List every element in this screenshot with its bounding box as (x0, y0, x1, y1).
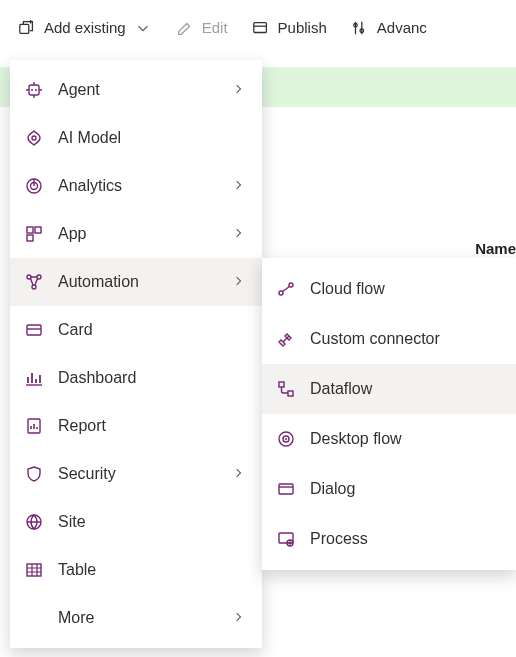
submenu-item-label: Dataflow (310, 380, 502, 398)
connector-icon (276, 329, 296, 349)
submenu-item-label: Dialog (310, 480, 502, 498)
submenu-item-dataflow[interactable]: Dataflow (262, 364, 516, 414)
chevron-right-icon (232, 274, 248, 290)
card-icon (24, 320, 44, 340)
add-existing-menu: AgentAI ModelAnalyticsAppAutomationCardD… (10, 60, 262, 648)
desktop-flow-icon (276, 429, 296, 449)
menu-item-label: More (58, 609, 218, 627)
menu-item-label: Analytics (58, 177, 218, 195)
svg-rect-0 (20, 24, 29, 33)
menu-item-app[interactable]: App (10, 210, 262, 258)
chevron-right-icon (232, 226, 248, 242)
menu-item-label: Dashboard (58, 369, 248, 387)
submenu-item-process[interactable]: Process (262, 514, 516, 564)
menu-item-ai-model[interactable]: AI Model (10, 114, 262, 162)
automation-icon (24, 272, 44, 292)
menu-item-label: Agent (58, 81, 218, 99)
menu-item-table[interactable]: Table (10, 546, 262, 594)
menu-item-automation[interactable]: Automation (10, 258, 262, 306)
menu-item-label: App (58, 225, 218, 243)
add-existing-icon (18, 19, 36, 37)
agent-icon (24, 80, 44, 100)
advanced-button[interactable]: Advanc (341, 11, 437, 45)
ai-model-icon (24, 128, 44, 148)
publish-label: Publish (278, 19, 327, 36)
dataflow-icon (276, 379, 296, 399)
menu-item-report[interactable]: Report (10, 402, 262, 450)
cloud-flow-icon (276, 279, 296, 299)
submenu-item-custom-connector[interactable]: Custom connector (262, 314, 516, 364)
submenu-item-cloud-flow[interactable]: Cloud flow (262, 264, 516, 314)
add-existing-label: Add existing (44, 19, 126, 36)
svg-rect-1 (253, 22, 266, 32)
submenu-item-label: Custom connector (310, 330, 502, 348)
chevron-right-icon (232, 178, 248, 194)
menu-item-label: AI Model (58, 129, 248, 147)
menu-item-dashboard[interactable]: Dashboard (10, 354, 262, 402)
menu-item-label: Site (58, 513, 248, 531)
menu-item-label: Security (58, 465, 218, 483)
menu-item-security[interactable]: Security (10, 450, 262, 498)
chevron-right-icon (232, 466, 248, 482)
menu-item-label: Report (58, 417, 248, 435)
process-icon (276, 529, 296, 549)
site-icon (24, 512, 44, 532)
table-icon (24, 560, 44, 580)
menu-item-label: Card (58, 321, 248, 339)
chevron-right-icon (232, 82, 248, 98)
submenu-item-dialog[interactable]: Dialog (262, 464, 516, 514)
submenu-item-label: Cloud flow (310, 280, 502, 298)
menu-item-analytics[interactable]: Analytics (10, 162, 262, 210)
command-bar: Add existing Edit Publish Advanc (0, 0, 516, 56)
add-existing-button[interactable]: Add existing (8, 11, 162, 45)
menu-item-agent[interactable]: Agent (10, 66, 262, 114)
chevron-right-icon (232, 610, 248, 626)
publish-button[interactable]: Publish (242, 11, 337, 45)
edit-label: Edit (202, 19, 228, 36)
edit-icon (176, 19, 194, 37)
edit-button[interactable]: Edit (166, 11, 238, 45)
menu-item-label: Automation (58, 273, 218, 291)
submenu-item-label: Desktop flow (310, 430, 502, 448)
advanced-label: Advanc (377, 19, 427, 36)
menu-item-site[interactable]: Site (10, 498, 262, 546)
automation-submenu: Cloud flowCustom connectorDataflowDeskto… (262, 258, 516, 570)
chevron-down-icon (134, 19, 152, 37)
dialog-icon (276, 479, 296, 499)
menu-item-label: Table (58, 561, 248, 579)
dashboard-icon (24, 368, 44, 388)
column-header-name[interactable]: Name (475, 240, 516, 257)
submenu-item-label: Process (310, 530, 502, 548)
menu-item-card[interactable]: Card (10, 306, 262, 354)
menu-item-more[interactable]: More (10, 594, 262, 642)
advanced-icon (351, 19, 369, 37)
app-icon (24, 224, 44, 244)
report-icon (24, 416, 44, 436)
analytics-icon (24, 176, 44, 196)
submenu-item-desktop-flow[interactable]: Desktop flow (262, 414, 516, 464)
security-icon (24, 464, 44, 484)
publish-icon (252, 19, 270, 37)
